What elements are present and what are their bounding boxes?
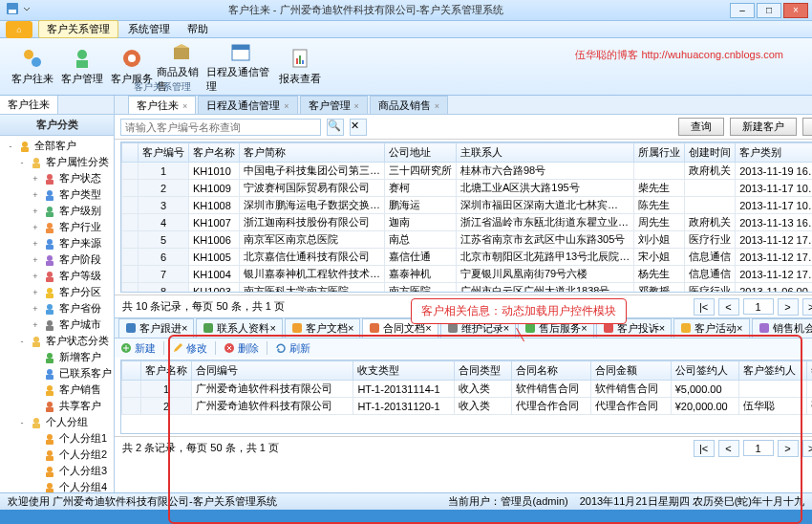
ctab-0[interactable]: 客户往来× <box>128 96 196 114</box>
tb-refresh[interactable]: 刷新 <box>275 341 310 356</box>
tree-node[interactable]: -全部客户 <box>4 138 114 154</box>
page-input[interactable] <box>743 298 774 315</box>
tree-node[interactable]: +客户行业 <box>4 219 114 235</box>
close-icon[interactable]: × <box>435 101 439 111</box>
tree-node[interactable]: +客户状态 <box>4 170 114 186</box>
menu-help[interactable]: 帮助 <box>180 21 216 37</box>
first-page-button[interactable]: |< <box>694 298 715 316</box>
close-icon[interactable]: × <box>737 322 742 334</box>
btn-new-customer[interactable]: 新建客户 <box>730 118 797 136</box>
contract-grid[interactable]: 客户名称合同编号收支类型合同类型合同名称合同金额公司签约人客户签约人签约日期签1… <box>120 360 812 434</box>
table-row[interactable]: 7KH1004银川嘉泰神机工程软件技术…嘉泰神机宁夏银川凤凰南街79号六楼杨先生… <box>122 266 813 283</box>
titlebar: 客户往来 - 广州爱奇迪软件科技有限公司-客户关系管理系统 – □ × <box>0 0 812 21</box>
svg-point-25 <box>47 223 53 229</box>
minimize-button[interactable]: – <box>730 3 755 18</box>
close-icon[interactable]: × <box>269 322 275 334</box>
svg-point-57 <box>47 483 53 489</box>
menu-crm[interactable]: 客户关系管理 <box>38 20 118 38</box>
tree-node[interactable]: 新增客户 <box>4 349 114 365</box>
ribbon-customer-mgmt[interactable]: 客户管理 <box>57 47 107 86</box>
table-row[interactable]: 3KH1008深圳市鹏海运电子数据交换…鹏海运深圳市福田区深南大道北七林宾…陈先… <box>122 197 813 214</box>
last-page-button[interactable]: >| <box>802 440 812 457</box>
svg-point-47 <box>47 402 53 407</box>
ribbon-reports[interactable]: 报表查看 <box>275 47 325 86</box>
first-page-button[interactable]: |< <box>694 440 715 457</box>
tree-node[interactable]: +客户城市 <box>4 317 114 333</box>
close-icon[interactable]: × <box>659 322 665 334</box>
tb-edit[interactable]: 修改 <box>172 341 207 356</box>
close-icon[interactable]: × <box>348 322 353 334</box>
tree-node[interactable]: 个人分组2 <box>4 447 114 463</box>
table-row[interactable]: 4KH1007浙江迦南科技股份有限公司迦南浙江省温岭市东瓯北街道东瞿立业…周先生… <box>122 214 813 231</box>
tree-node[interactable]: 个人分组1 <box>4 430 114 447</box>
app-icon[interactable]: ⌂ <box>6 21 32 38</box>
clear-icon[interactable]: ✕ <box>350 119 367 136</box>
subtab-card[interactable]: 联系人资料× <box>196 318 282 338</box>
sidetab-customer[interactable]: 客户往来 <box>0 96 58 114</box>
tree-node[interactable]: +客户等级 <box>4 268 114 284</box>
prev-page-button[interactable]: < <box>718 298 739 316</box>
tb-delete[interactable]: 删除 <box>224 341 259 356</box>
tb-new[interactable]: 新建 <box>120 341 156 356</box>
tree-node[interactable]: +客户省份 <box>4 300 114 317</box>
watermark-link[interactable]: http://wuhuacong.cnblogs.com <box>641 49 783 60</box>
close-icon[interactable]: × <box>354 101 359 111</box>
search-icon[interactable]: 🔍 <box>327 119 344 136</box>
table-row[interactable]: 1广州爱奇迪软件科技有限公司HT-1-20131114-1收入类软件销售合同软件… <box>122 381 813 398</box>
tree-node[interactable]: -个人分组 <box>4 414 114 430</box>
svg-point-2 <box>24 50 33 59</box>
last-page-button[interactable]: >| <box>802 298 812 316</box>
close-icon[interactable]: × <box>182 101 187 111</box>
tree-node[interactable]: +客户来源 <box>4 235 114 251</box>
search-input[interactable] <box>120 119 321 136</box>
ribbon-customer-trans[interactable]: 客户往来 <box>8 47 57 86</box>
menu-system[interactable]: 系统管理 <box>120 21 178 37</box>
subtab-file[interactable]: 客户文档× <box>285 318 360 338</box>
ctab-1[interactable]: 日程及通信管理× <box>198 96 297 114</box>
btn-search[interactable]: 查询 <box>678 118 724 136</box>
svg-rect-65 <box>448 323 458 333</box>
tree-node[interactable]: 共享客户 <box>4 398 114 414</box>
tree-node[interactable]: +客户分区 <box>4 284 114 300</box>
tree-node[interactable]: -客户状态分类 <box>4 333 114 349</box>
menubar: ⌂ 客户关系管理 系统管理 帮助 <box>0 21 812 38</box>
next-page-button[interactable]: > <box>778 298 799 316</box>
table-row[interactable]: 5KH1006南京军区南京总医院南总江苏省南京市玄武区中山东路305号刘小姐医疗… <box>122 231 813 249</box>
subtab-target[interactable]: 销售机会× <box>752 318 813 338</box>
tree-node[interactable]: 个人分组3 <box>4 463 114 479</box>
tree-node[interactable]: -客户属性分类 <box>4 154 114 170</box>
close-icon[interactable]: × <box>284 101 288 111</box>
tree-node[interactable]: 已联系客户 <box>4 365 114 382</box>
close-button[interactable]: × <box>783 3 808 18</box>
ctab-2[interactable]: 客户管理× <box>300 96 368 114</box>
tree-node[interactable]: +客户级别 <box>4 203 114 219</box>
maximize-button[interactable]: □ <box>757 3 781 18</box>
close-icon[interactable]: × <box>182 322 187 334</box>
table-row[interactable]: 8KH1003南方医科大学南方医院南方医院广州市白云区广州大道北1838号…邓教… <box>122 283 813 294</box>
svg-rect-34 <box>46 294 53 298</box>
next-page-button[interactable]: > <box>778 440 799 457</box>
customer-grid[interactable]: 客户编号客户名称客户简称公司地址主联系人所属行业创建时间客户类别客户级别信用等级… <box>120 142 812 293</box>
btn-import[interactable]: 导入 <box>802 118 812 136</box>
svg-point-17 <box>33 158 39 164</box>
page-input[interactable] <box>743 440 774 456</box>
tree-node[interactable]: +客户类型 <box>4 186 114 203</box>
tree-node[interactable]: +客户阶段 <box>4 251 114 268</box>
tree-node[interactable]: 客户销售 <box>4 382 114 398</box>
table-row[interactable]: 6KH1005北京嘉信仕通科技有限公司嘉信仕通北京市朝阳区北苑路甲13号北辰院…… <box>122 249 813 266</box>
table-row[interactable]: 2KH1009宁波赛柯国际贸易有限公司赛柯北塘工业A区洪大路195号柴先生201… <box>122 180 813 197</box>
subtab-phone[interactable]: 客户跟进× <box>118 318 194 338</box>
subtab-activity[interactable]: 客户活动× <box>673 318 749 338</box>
ribbon-schedule[interactable]: 日程及通信管理 <box>206 40 275 94</box>
svg-rect-16 <box>21 147 29 152</box>
ctab-3[interactable]: 商品及销售× <box>370 96 448 114</box>
prev-page-button[interactable]: < <box>718 440 739 457</box>
svg-rect-56 <box>46 472 53 477</box>
tree-node[interactable]: 个人分组4 <box>4 479 114 492</box>
svg-rect-63 <box>292 323 302 333</box>
save-icon[interactable] <box>6 2 19 15</box>
table-row[interactable]: 2广州爱奇迪软件科技有限公司HT-1-20131120-1收入类代理合作合同代理… <box>122 398 813 415</box>
category-tree[interactable]: -全部客户-客户属性分类+客户状态+客户类型+客户级别+客户行业+客户来源+客户… <box>0 136 114 492</box>
table-row[interactable]: 1KH1010中国电子科技集团公司第三…三十四研究所桂林市六合路98号政府机关2… <box>122 163 813 180</box>
dropdown-icon[interactable] <box>23 2 36 15</box>
